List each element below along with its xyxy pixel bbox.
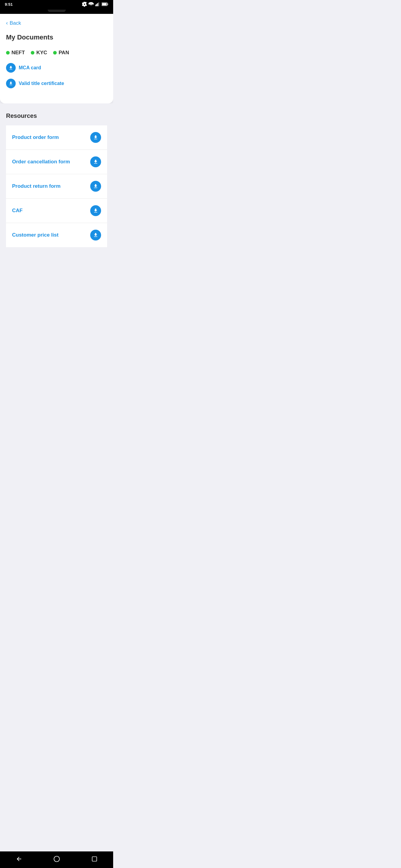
- customer-price-list-label: Customer price list: [12, 232, 59, 238]
- svg-rect-0: [95, 4, 96, 6]
- product-order-form-item[interactable]: Product order form: [6, 125, 107, 150]
- back-button[interactable]: ‹ Back: [6, 20, 21, 26]
- download-icon-4: [93, 208, 98, 213]
- status-time: 9:51: [5, 2, 13, 7]
- svg-rect-5: [107, 3, 108, 5]
- svg-rect-1: [96, 4, 97, 6]
- back-label: Back: [10, 20, 21, 26]
- mca-download-circle: [6, 63, 16, 73]
- download-icon-5: [93, 232, 98, 238]
- wifi-icon: [88, 2, 94, 6]
- download-icon-2: [93, 159, 98, 164]
- caf-download-btn[interactable]: [90, 205, 101, 216]
- product-order-form-label: Product order form: [12, 134, 59, 141]
- status-bar: 9:51: [0, 0, 113, 8]
- pan-status-dot: [53, 51, 57, 55]
- notch-area: [0, 8, 113, 14]
- resource-list: Product order form Order cancellation fo…: [6, 125, 107, 247]
- product-order-form-download-btn[interactable]: [90, 132, 101, 143]
- pan-badge: PAN: [53, 50, 69, 56]
- customer-price-list-download-btn[interactable]: [90, 230, 101, 241]
- download-arrow-icon-2: [8, 81, 13, 86]
- mca-card-download-button[interactable]: MCA card: [6, 63, 41, 73]
- neft-badge: NEFT: [6, 50, 25, 56]
- caf-item[interactable]: CAF: [6, 198, 107, 223]
- download-icon: [93, 135, 98, 140]
- neft-label: NEFT: [11, 50, 25, 56]
- mca-card-label: MCA card: [19, 65, 41, 70]
- page-title: My Documents: [6, 33, 107, 41]
- order-cancellation-form-item[interactable]: Order cancellation form: [6, 150, 107, 174]
- pan-label: PAN: [59, 50, 69, 56]
- neft-status-dot: [6, 51, 10, 55]
- back-chevron-icon: ‹: [6, 20, 8, 26]
- signal-icon: [95, 2, 100, 6]
- status-icons: [82, 2, 108, 7]
- kyc-status-dot: [31, 51, 34, 55]
- gear-icon: [82, 2, 87, 7]
- svg-rect-6: [102, 3, 107, 5]
- product-return-form-item[interactable]: Product return form: [6, 174, 107, 198]
- kyc-label: KYC: [36, 50, 47, 56]
- resources-section: Resources Product order form Order cance…: [0, 103, 113, 271]
- battery-icon: [102, 2, 108, 6]
- order-cancellation-form-download-btn[interactable]: [90, 156, 101, 167]
- my-documents-card: ‹ Back My Documents NEFT KYC PAN MCA car…: [0, 14, 113, 103]
- customer-price-list-item[interactable]: Customer price list: [6, 223, 107, 247]
- download-arrow-icon: [8, 65, 13, 70]
- resources-title: Resources: [6, 113, 107, 119]
- svg-rect-2: [97, 3, 98, 6]
- svg-rect-3: [98, 2, 99, 6]
- caf-label: CAF: [12, 208, 23, 214]
- kyc-badge: KYC: [31, 50, 47, 56]
- doc-badges-row: NEFT KYC PAN: [6, 50, 107, 56]
- download-icon-3: [93, 184, 98, 189]
- valid-title-cert-download-button[interactable]: Valid title certificate: [6, 79, 64, 88]
- product-return-form-download-btn[interactable]: [90, 181, 101, 192]
- order-cancellation-form-label: Order cancellation form: [12, 159, 70, 165]
- product-return-form-label: Product return form: [12, 183, 61, 189]
- valid-title-cert-label: Valid title certificate: [19, 81, 64, 86]
- vtc-download-circle: [6, 79, 16, 88]
